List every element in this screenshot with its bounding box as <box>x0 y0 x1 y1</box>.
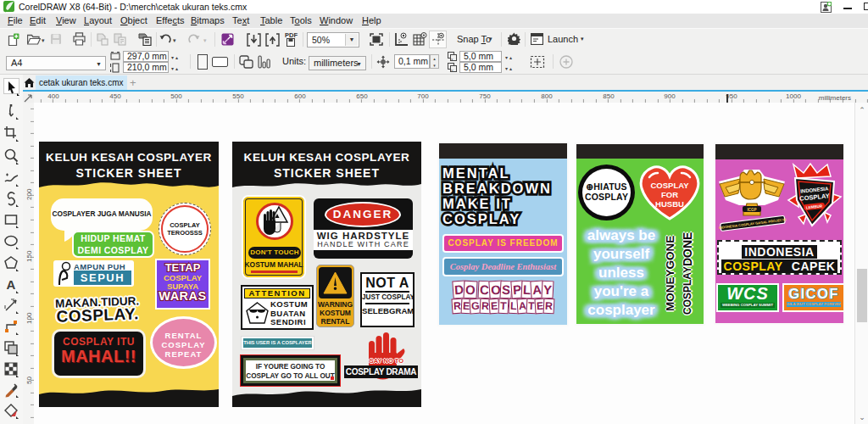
svg-text:FOR: FOR <box>661 190 678 199</box>
svg-text:A: A <box>7 277 16 292</box>
svg-text:COSPLAY: COSPLAY <box>650 181 689 190</box>
svg-text:HUSBU: HUSBU <box>655 199 684 209</box>
svg-text:ICGP: ICGP <box>747 208 756 212</box>
